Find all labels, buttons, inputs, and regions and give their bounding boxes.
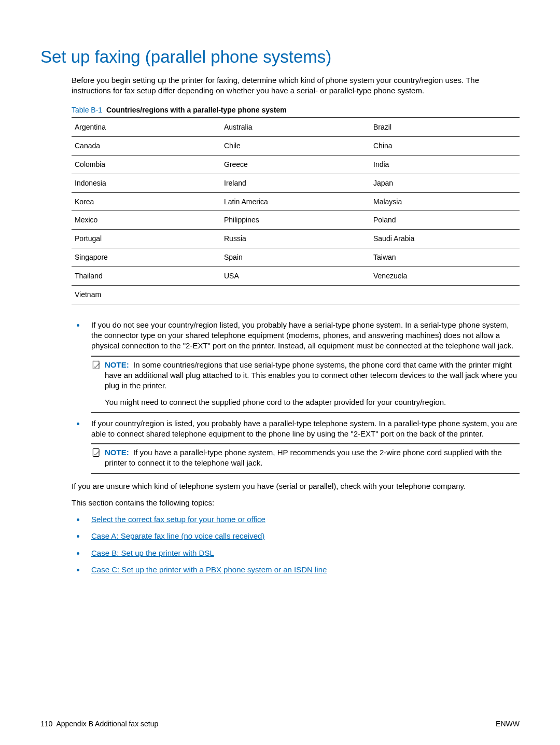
table-row: ColombiaGreeceIndia	[72, 155, 520, 174]
note-box: NOTE: If you have a parallel-type phone …	[91, 443, 520, 474]
topic-item: Case A: Separate fax line (no voice call…	[85, 531, 520, 541]
cell: Chile	[221, 136, 370, 155]
page-title: Set up faxing (parallel phone systems)	[40, 46, 520, 69]
cell: USA	[221, 267, 370, 286]
cell: Singapore	[72, 248, 221, 267]
svg-rect-0	[93, 361, 99, 369]
cell: Indonesia	[72, 174, 221, 192]
cell	[370, 285, 520, 304]
table-row: Vietnam	[72, 285, 520, 304]
table-title: Countries/regions with a parallel-type p…	[106, 106, 287, 114]
table-row: IndonesiaIrelandJapan	[72, 174, 520, 192]
cell: Spain	[221, 248, 370, 267]
cell: Latin America	[221, 192, 370, 211]
table-label: Table B-1	[72, 106, 102, 114]
cell: Venezuela	[370, 267, 520, 286]
cell	[221, 285, 370, 304]
table-caption: Table B-1 Countries/regions with a paral…	[72, 105, 520, 115]
footer-left: 110 Appendix B Additional fax setup	[40, 719, 158, 729]
bullet-list: If you do not see your country/region li…	[72, 320, 520, 474]
note-paragraph: NOTE: In some countries/regions that use…	[105, 360, 520, 391]
table-row: SingaporeSpainTaiwan	[72, 248, 520, 267]
bullet-text: If your country/region is listed, you pr…	[91, 419, 517, 438]
footer-right: ENWW	[496, 719, 520, 729]
cell: Australia	[221, 118, 370, 136]
topic-link[interactable]: Case A: Separate fax line (no voice call…	[91, 531, 264, 540]
list-item: If you do not see your country/region li…	[85, 320, 520, 413]
note-label: NOTE:	[105, 360, 129, 369]
cell: Brazil	[370, 118, 520, 136]
cell: Philippines	[221, 211, 370, 230]
table-row: CanadaChileChina	[72, 136, 520, 155]
note-body: NOTE: In some countries/regions that use…	[105, 360, 520, 408]
cell: Malaysia	[370, 192, 520, 211]
cell: Thailand	[72, 267, 221, 286]
svg-rect-1	[93, 449, 99, 457]
cell: Colombia	[72, 155, 221, 174]
note-icon	[91, 360, 102, 370]
cell: Vietnam	[72, 285, 221, 304]
chapter-label: Appendix B Additional fax setup	[56, 720, 158, 728]
cell: Poland	[370, 211, 520, 230]
unsure-text: If you are unsure which kind of telephon…	[72, 481, 520, 491]
note-text: If you have a parallel-type phone system…	[105, 448, 502, 467]
page-number: 110	[40, 720, 52, 728]
bullet-text: If you do not see your country/region li…	[91, 320, 513, 350]
note-label: NOTE:	[105, 448, 129, 457]
cell: Russia	[221, 230, 370, 248]
cell: Ireland	[221, 174, 370, 192]
intro-text: Before you begin setting up the printer …	[72, 75, 520, 96]
list-item: If your country/region is listed, you pr…	[85, 418, 520, 474]
cell: China	[370, 136, 520, 155]
cell: Saudi Arabia	[370, 230, 520, 248]
table-row: MexicoPhilippinesPoland	[72, 211, 520, 230]
topic-link[interactable]: Case B: Set up the printer with DSL	[91, 549, 214, 557]
content-body: Before you begin setting up the printer …	[72, 75, 520, 575]
cell: Japan	[370, 174, 520, 192]
countries-table: ArgentinaAustraliaBrazil CanadaChileChin…	[72, 117, 520, 304]
cell: Argentina	[72, 118, 221, 136]
note-box: NOTE: In some countries/regions that use…	[91, 356, 520, 413]
note-paragraph: You might need to connect the supplied p…	[105, 397, 520, 407]
table-row: KoreaLatin AmericaMalaysia	[72, 192, 520, 211]
cell: Portugal	[72, 230, 221, 248]
note-body: NOTE: If you have a parallel-type phone …	[105, 447, 520, 469]
topic-item: Case B: Set up the printer with DSL	[85, 548, 520, 558]
cell: Taiwan	[370, 248, 520, 267]
topic-link[interactable]: Case C: Set up the printer with a PBX ph…	[91, 565, 327, 574]
note-text: In some countries/regions that use seria…	[105, 360, 517, 390]
table-row: ThailandUSAVenezuela	[72, 267, 520, 286]
cell: India	[370, 155, 520, 174]
cell: Korea	[72, 192, 221, 211]
cell: Canada	[72, 136, 221, 155]
table-row: PortugalRussiaSaudi Arabia	[72, 230, 520, 248]
cell: Mexico	[72, 211, 221, 230]
topics-list: Select the correct fax setup for your ho…	[72, 514, 520, 575]
table-row: ArgentinaAustraliaBrazil	[72, 118, 520, 136]
topic-link[interactable]: Select the correct fax setup for your ho…	[91, 515, 265, 524]
document-page: Set up faxing (parallel phone systems) B…	[0, 0, 560, 745]
topic-item: Select the correct fax setup for your ho…	[85, 514, 520, 525]
topics-intro: This section contains the following topi…	[72, 498, 520, 508]
note-icon	[91, 447, 102, 458]
cell: Greece	[221, 155, 370, 174]
topic-item: Case C: Set up the printer with a PBX ph…	[85, 565, 520, 575]
note-paragraph: NOTE: If you have a parallel-type phone …	[105, 447, 520, 469]
